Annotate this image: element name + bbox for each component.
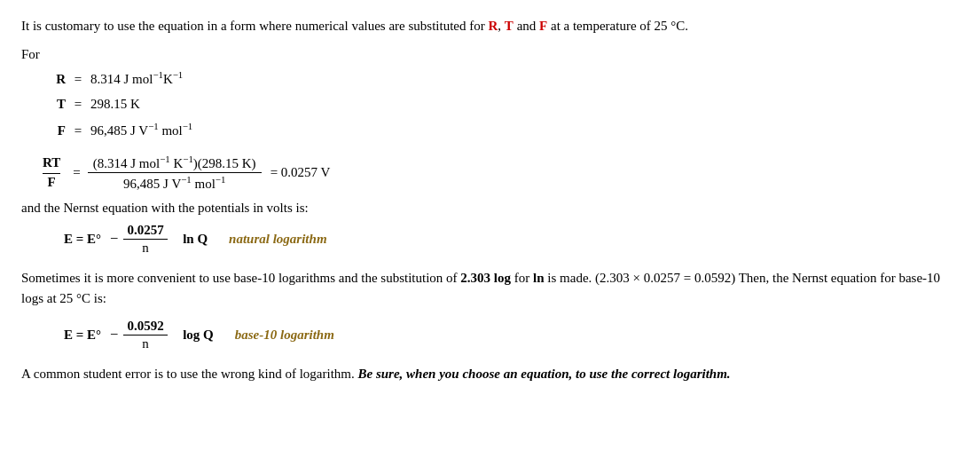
highlight-f: F: [539, 19, 547, 33]
variables-block: R = 8.314 J mol−1K−1 T = 298.15 K F = 96…: [53, 66, 959, 144]
nernst2-eq-left: E = E°: [64, 328, 101, 343]
nernst1-ln-q: ln Q: [176, 232, 208, 247]
frac-f-label: F: [48, 175, 56, 190]
var-r-value: 8.314 J mol−1K−1: [90, 66, 183, 92]
variable-t-row: T = 298.15 K: [53, 91, 959, 117]
nernst2-denominator: n: [138, 336, 153, 351]
nernst1-fraction: 0.0257 n: [123, 223, 167, 256]
natural-logarithm-label: natural logarithm: [229, 232, 326, 247]
nernst1-eq-left: E = E°: [64, 232, 101, 247]
nernst1-minus: −: [110, 232, 118, 247]
var-f-value: 96,485 J V−1 mol−1: [90, 117, 192, 144]
nernst1-denominator: n: [138, 240, 153, 256]
fraction-expression: (8.314 J mol−1 K−1)(298.15 K) 96,485 J V…: [88, 154, 262, 192]
variable-r-row: R = 8.314 J mol−1K−1: [53, 66, 959, 92]
var-r-name: R: [53, 67, 66, 92]
fraction-block: RT F = (8.314 J mol−1 K−1)(298.15 K) 96,…: [43, 154, 959, 192]
nernst1-label: and the Nernst equation with the potenti…: [21, 201, 959, 216]
frac-equals: =: [73, 165, 80, 180]
sometimes-text2: for: [511, 271, 533, 285]
footer-text1: A common student error is to use the wro…: [21, 367, 358, 381]
highlight-r: R: [489, 19, 498, 33]
nernst2-equation-row: E = E° − 0.0592 n log Q base-10 logarith…: [64, 319, 959, 351]
highlight-t: T: [505, 19, 514, 33]
nernst-section-1: and the Nernst equation with the potenti…: [21, 201, 959, 256]
sometimes-bold1: 2.303 log: [460, 271, 511, 285]
footer-italic-bold: Be sure, when you choose an equation, to…: [358, 367, 731, 381]
nernst2-fraction: 0.0592 n: [123, 319, 167, 351]
nernst1-numerator: 0.0257: [123, 223, 167, 240]
frac-rt-label: RT: [43, 155, 60, 172]
fraction-row: RT F = (8.314 J mol−1 K−1)(298.15 K) 96,…: [43, 154, 959, 192]
intro-text-before: It is customary to use the equation in a…: [21, 19, 489, 33]
nernst2-numerator: 0.0592: [123, 319, 167, 336]
var-f-equals: =: [71, 118, 85, 144]
footer-paragraph: A common student error is to use the wro…: [21, 364, 959, 384]
nernst2-minus: −: [110, 328, 118, 343]
sometimes-paragraph: Sometimes it is more convenient to use b…: [21, 268, 959, 308]
nernst-section-2: E = E° − 0.0592 n log Q base-10 logarith…: [21, 319, 959, 351]
intro-paragraph: It is customary to use the equation in a…: [21, 16, 959, 36]
base10-logarithm-label: base-10 logarithm: [235, 328, 334, 343]
var-t-equals: =: [71, 91, 85, 117]
var-f-name: F: [53, 118, 66, 144]
sometimes-text1: Sometimes it is more convenient to use b…: [21, 271, 460, 285]
nernst1-equation-row: E = E° − 0.0257 n ln Q natural logarithm: [64, 223, 959, 256]
var-r-equals: =: [71, 67, 85, 92]
frac-denominator: 96,485 J V−1 mol−1: [118, 173, 231, 192]
var-t-value: 298.15 K: [90, 91, 140, 117]
frac-numerator: (8.314 J mol−1 K−1)(298.15 K): [88, 154, 262, 173]
frac-result: = 0.0257 V: [270, 165, 331, 180]
nernst2-log-q: log Q: [176, 328, 214, 343]
var-t-name: T: [53, 91, 66, 117]
variable-f-row: F = 96,485 J V−1 mol−1: [53, 117, 959, 144]
sometimes-bold2: ln: [533, 271, 545, 285]
intro-text-after: at a temperature of 25 °C.: [547, 19, 688, 33]
for-label: For: [21, 47, 959, 62]
intro-sep1: ,: [498, 19, 505, 33]
intro-sep2: and: [514, 19, 539, 33]
